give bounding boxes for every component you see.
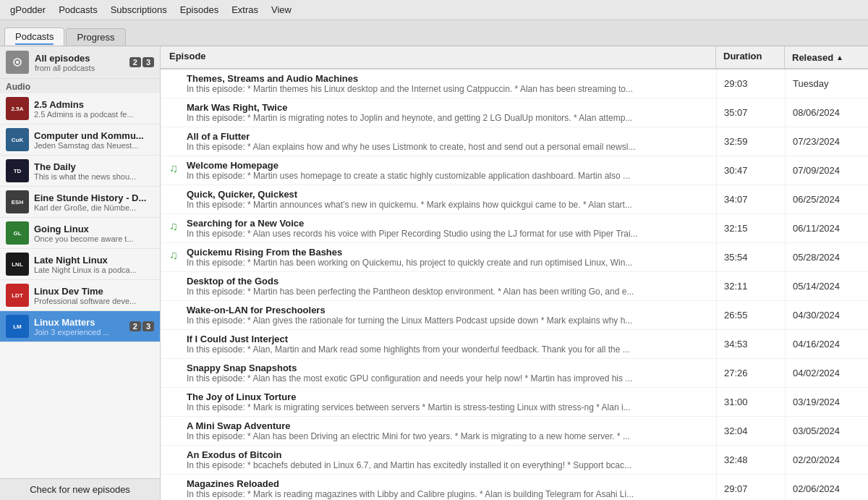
episode-row-11[interactable]: The Joy of Linux TortureIn this episode:… <box>161 388 868 417</box>
episode-title-3: Welcome Homepage <box>187 160 707 171</box>
col-released-label[interactable]: Released ▲ <box>785 46 868 68</box>
episode-duration-5: 32:15 <box>716 214 785 242</box>
episode-main-7: Desktop of the GodsIn this episode: * Ma… <box>161 272 716 300</box>
episode-desc-12: In this episode: * Alan has been Driving… <box>187 431 707 441</box>
episode-desc-13: In this episode: * bcachefs debuted in L… <box>187 460 707 470</box>
podcast-name-0: 2.5 Admins <box>34 99 154 110</box>
podcast-name-5: Late Night Linux <box>34 255 154 266</box>
episode-duration-8: 26:55 <box>716 301 785 329</box>
episode-duration-4: 34:07 <box>716 185 785 213</box>
episode-row-4[interactable]: Quick, Quicker, QuickestIn this episode:… <box>161 185 868 214</box>
episode-duration-7: 32:11 <box>716 272 785 300</box>
episode-row-1[interactable]: Mark Was Right, TwiceIn this episode: * … <box>161 98 868 127</box>
episode-main-3: ♫Welcome HomepageIn this episode: * Mart… <box>161 156 716 185</box>
episode-title-13: An Exodus of Bitcoin <box>187 449 707 460</box>
episode-content-1: Mark Was Right, TwiceIn this episode: * … <box>187 102 707 123</box>
podcast-text-1: Computer und Kommu...Jeden Samstag das N… <box>34 130 154 150</box>
episode-row-5[interactable]: ♫Searching for a New VoiceIn this episod… <box>161 214 868 243</box>
podcast-thumb-0: 2.5A <box>6 97 29 120</box>
episode-row-6[interactable]: ♫Quickemu Rising From the BashesIn this … <box>161 243 868 272</box>
episode-title-1: Mark Was Right, Twice <box>187 102 707 113</box>
menu-podcasts[interactable]: Podcasts <box>53 3 103 17</box>
menu-extras[interactable]: Extras <box>226 3 264 17</box>
podcast-list: 2.5A2.5 Admins2.5 Admins is a podcast fe… <box>0 93 160 478</box>
episode-content-13: An Exodus of BitcoinIn this episode: * b… <box>187 449 707 470</box>
episode-desc-11: In this episode: * Mark is migrating ser… <box>187 402 707 412</box>
menu-gpodder[interactable]: gPodder <box>4 3 51 17</box>
podcast-text-4: Going LinuxOnce you become aware t... <box>34 224 154 243</box>
podcast-sub-3: Karl der Große, die Nümbe... <box>34 203 154 212</box>
episode-main-6: ♫Quickemu Rising From the BashesIn this … <box>161 243 716 271</box>
episode-header: Episode Duration Released ▲ <box>161 46 868 69</box>
episode-desc-7: In this episode: * Martin has been perfe… <box>187 287 707 297</box>
podcast-item-3[interactable]: ESHEine Stunde History - D...Karl der Gr… <box>0 187 160 218</box>
episode-content-0: Themes, Streams and Audio MachinesIn thi… <box>187 73 707 94</box>
podcast-badges-7: 23 <box>129 321 154 331</box>
episode-duration-13: 32:48 <box>716 446 785 474</box>
episode-main-1: Mark Was Right, TwiceIn this episode: * … <box>161 98 716 127</box>
episode-content-8: Wake-on-LAN for PreschoolersIn this epis… <box>187 305 707 326</box>
tab-progress[interactable]: Progress <box>66 28 125 46</box>
episode-title-11: The Joy of Linux Torture <box>187 391 707 402</box>
episode-desc-4: In this episode: * Martin announces what… <box>187 200 707 210</box>
episode-row-9[interactable]: If I Could Just InterjectIn this episode… <box>161 330 868 359</box>
episode-content-9: If I Could Just InterjectIn this episode… <box>187 334 707 355</box>
podcast-text-0: 2.5 Admins2.5 Admins is a podcast fe... <box>34 99 154 119</box>
podcast-name-1: Computer und Kommu... <box>34 130 154 141</box>
episode-duration-0: 29:03 <box>716 69 785 98</box>
episode-title-10: Snappy Snap Snapshots <box>187 363 707 373</box>
podcast-sub-7: Join 3 experienced ... <box>34 328 124 336</box>
episode-row-14[interactable]: Magazines ReloadedIn this episode: * Mar… <box>161 475 868 500</box>
episode-row-7[interactable]: Desktop of the GodsIn this episode: * Ma… <box>161 272 868 301</box>
episode-released-10: 04/02/2024 <box>785 359 868 387</box>
menu-view[interactable]: View <box>265 3 297 17</box>
badge-count1: 2 <box>129 57 141 67</box>
all-episodes-item[interactable]: All episodes from all podcasts 2 3 <box>0 46 160 79</box>
podcast-item-6[interactable]: LDTLinux Dev TimeProfessional software d… <box>0 280 160 311</box>
podcast-item-5[interactable]: LNLLate Night LinuxLate Night Linux is a… <box>0 249 160 280</box>
episode-duration-14: 29:07 <box>716 475 785 500</box>
tab-podcasts[interactable]: Podcasts <box>4 27 64 46</box>
episode-main-13: An Exodus of BitcoinIn this episode: * b… <box>161 446 716 474</box>
podcast-text-5: Late Night LinuxLate Night Linux is a po… <box>34 255 154 274</box>
episode-row-3[interactable]: ♫Welcome HomepageIn this episode: * Mart… <box>161 156 868 185</box>
episode-row-8[interactable]: Wake-on-LAN for PreschoolersIn this epis… <box>161 301 868 330</box>
episode-released-11: 03/19/2024 <box>785 388 868 416</box>
episode-content-10: Snappy Snap SnapshotsIn this episode: * … <box>187 363 707 384</box>
episode-title-6: Quickemu Rising From the Bashes <box>187 247 707 258</box>
episode-desc-6: In this episode: * Martin has been worki… <box>187 258 707 268</box>
episode-content-12: A Mini Swap AdventureIn this episode: * … <box>187 420 707 441</box>
episode-released-1: 08/06/2024 <box>785 98 868 127</box>
episode-play-icon-5: ♫ <box>169 220 182 233</box>
podcast-thumb-3: ESH <box>6 190 29 213</box>
podcast-item-1[interactable]: CuKComputer und Kommu...Jeden Samstag da… <box>0 124 160 156</box>
episode-row-2[interactable]: All of a FlutterIn this episode: * Alan … <box>161 127 868 156</box>
podcast-item-4[interactable]: GLGoing LinuxOnce you become aware t... <box>0 218 160 249</box>
episode-released-13: 02/20/2024 <box>785 446 868 474</box>
episode-desc-8: In this episode: * Alan gives the ration… <box>187 315 707 326</box>
episode-row-0[interactable]: Themes, Streams and Audio MachinesIn thi… <box>161 69 868 98</box>
episode-duration-1: 35:07 <box>716 98 785 127</box>
episode-row-13[interactable]: An Exodus of BitcoinIn this episode: * b… <box>161 446 868 475</box>
episode-row-12[interactable]: A Mini Swap AdventureIn this episode: * … <box>161 417 868 446</box>
menu-subscriptions[interactable]: Subscriptions <box>105 3 173 17</box>
podcast-item-7[interactable]: LMLinux MattersJoin 3 experienced ...23 <box>0 311 160 342</box>
episode-duration-3: 30:47 <box>716 156 785 185</box>
all-episodes-badges: 2 3 <box>129 57 154 67</box>
episode-released-5: 06/11/2024 <box>785 214 868 242</box>
col-episode-label[interactable]: Episode <box>161 46 716 68</box>
podcast-text-6: Linux Dev TimeProfessional software deve… <box>34 286 154 305</box>
episode-row-10[interactable]: Snappy Snap SnapshotsIn this episode: * … <box>161 359 868 388</box>
episode-title-4: Quick, Quicker, Quickest <box>187 189 707 200</box>
podcast-item-2[interactable]: TDThe DailyThis is what the news shou... <box>0 156 160 187</box>
podcast-item-0[interactable]: 2.5A2.5 Admins2.5 Admins is a podcast fe… <box>0 93 160 124</box>
episode-content-4: Quick, Quicker, QuickestIn this episode:… <box>187 189 707 210</box>
episode-content-5: Searching for a New VoiceIn this episode… <box>187 218 707 239</box>
menu-episodes[interactable]: Episodes <box>174 3 224 17</box>
check-new-episodes-button[interactable]: Check for new episodes <box>0 478 160 500</box>
episode-duration-9: 34:53 <box>716 330 785 358</box>
episode-main-5: ♫Searching for a New VoiceIn this episod… <box>161 214 716 242</box>
col-duration-label[interactable]: Duration <box>716 46 785 68</box>
episode-title-14: Magazines Reloaded <box>187 478 707 489</box>
podcast-thumb-5: LNL <box>6 253 29 276</box>
